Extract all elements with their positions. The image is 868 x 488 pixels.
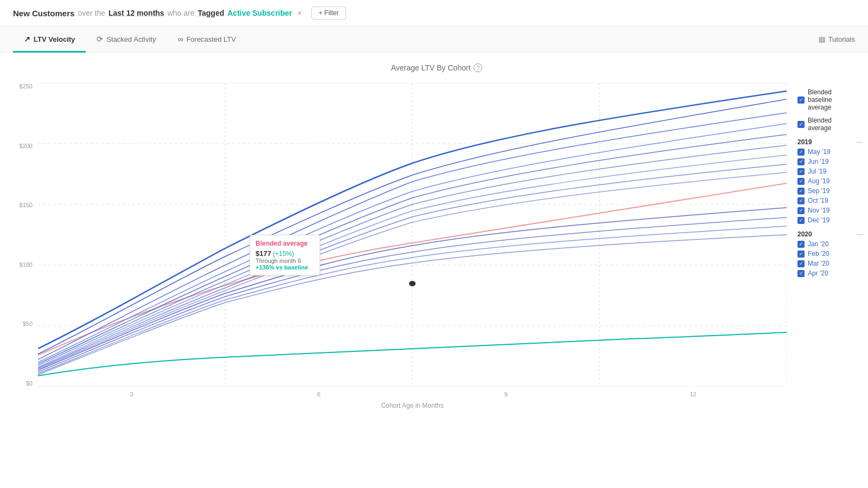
legend: Blendedbaselineaverage Blendedaverage 20…: [787, 83, 863, 409]
legend-blended-avg[interactable]: Blendedaverage: [797, 117, 863, 132]
legend-label-jun-19: Jun '19: [808, 158, 828, 165]
chart-title-text: Average LTV By Cohort: [391, 63, 471, 72]
forecasted-ltv-icon: ∞: [177, 35, 183, 43]
y-label-250: $250: [20, 83, 33, 89]
chart-title: Average LTV By Cohort ?: [391, 63, 483, 72]
y-label-200: $200: [20, 143, 33, 149]
legend-check-sep-19: [797, 188, 805, 195]
legend-mar-20[interactable]: Mar '20: [797, 260, 863, 267]
y-label-100: $100: [20, 261, 33, 268]
tab-stacked-activity[interactable]: ⟳ Stacked Activity: [86, 27, 167, 53]
legend-oct-19[interactable]: Oct '19: [797, 197, 863, 204]
tab-ltv-velocity[interactable]: ↗ LTV Velocity: [13, 27, 86, 53]
legend-jul-19[interactable]: Jul '19: [797, 168, 863, 175]
legend-label-blended-baseline: Blendedbaselineaverage: [808, 88, 832, 111]
legend-check-blended-avg: [797, 121, 805, 128]
legend-label-sep-19: Sep '19: [808, 187, 829, 195]
chart-main: .grid-line { stroke: #e0e0e0; stroke-wid…: [38, 83, 787, 409]
tabs-bar: ↗ LTV Velocity ⟳ Stacked Activity ∞ Fore…: [0, 27, 868, 53]
legend-may-19[interactable]: May '19: [797, 148, 863, 156]
who-are-label: who are: [168, 9, 195, 17]
x-axis-title: Cohort Age in Months: [38, 402, 787, 409]
legend-label-dec-19: Dec '19: [808, 216, 829, 224]
legend-jan-20[interactable]: Jan '20: [797, 240, 863, 248]
legend-jun-19[interactable]: Jun '19: [797, 158, 863, 165]
chart-container: Average LTV By Cohort ? $250 $200 $150 $…: [0, 53, 868, 420]
legend-check-dec-19: [797, 217, 805, 224]
legend-check-mar-20: [797, 260, 805, 267]
legend-check-aug-19: [797, 178, 805, 185]
subscriber-label: Active Subscriber: [227, 9, 292, 17]
tooltip-dot: [409, 281, 416, 286]
ltv-velocity-icon: ↗: [24, 35, 30, 43]
legend-check-oct-19: [797, 197, 805, 204]
legend-label-may-19: May '19: [808, 148, 831, 156]
legend-nov-19[interactable]: Nov '19: [797, 207, 863, 214]
filter-button[interactable]: + Filter: [311, 7, 346, 20]
y-axis: $250 $200 $150 $100 $50 $0: [11, 83, 38, 387]
tab-forecasted-ltv[interactable]: ∞ Forecasted LTV: [167, 27, 247, 53]
tutorials-label: Tutorials: [828, 35, 855, 43]
legend-check-jan-20: [797, 241, 805, 248]
legend-label-oct-19: Oct '19: [808, 197, 828, 204]
y-label-150: $150: [20, 202, 33, 208]
legend-label-nov-19: Nov '19: [808, 207, 829, 214]
tab-forecasted-ltv-label: Forecasted LTV: [186, 35, 236, 43]
y-label-50: $50: [23, 320, 33, 327]
legend-sep-19[interactable]: Sep '19: [797, 187, 863, 195]
tutorials-icon: ▤: [819, 35, 825, 43]
legend-label-feb-20: Feb '20: [808, 250, 829, 258]
x-label-9: 9: [412, 391, 599, 397]
tab-ltv-velocity-label: LTV Velocity: [34, 35, 75, 43]
legend-label-apr-20: Apr '20: [808, 269, 828, 277]
legend-check-jun-19: [797, 158, 805, 165]
legend-label-jul-19: Jul '19: [808, 168, 826, 175]
legend-check-nov-19: [797, 207, 805, 214]
help-icon[interactable]: ?: [474, 63, 482, 72]
period-label[interactable]: Last 12 months: [108, 9, 164, 17]
close-subscriber-icon[interactable]: ×: [297, 9, 302, 17]
header-bar: New Customers over the Last 12 months wh…: [0, 0, 868, 27]
legend-check-jul-19: [797, 168, 805, 175]
legend-label-aug-19: Aug '19: [808, 177, 829, 185]
legend-feb-20[interactable]: Feb '20: [797, 250, 863, 258]
new-customers-label: New Customers: [13, 9, 74, 18]
legend-blended-baseline[interactable]: Blendedbaselineaverage: [797, 88, 863, 111]
legend-check-blended-baseline: [797, 97, 805, 104]
legend-aug-19[interactable]: Aug '19: [797, 177, 863, 185]
tagged-label[interactable]: Tagged: [197, 9, 224, 17]
legend-label-mar-20: Mar '20: [808, 260, 829, 267]
x-label-3: 3: [38, 391, 225, 397]
stacked-activity-icon: ⟳: [97, 35, 103, 43]
legend-year-2019: 2019 —: [797, 138, 863, 146]
chart-svg: .grid-line { stroke: #e0e0e0; stroke-wid…: [38, 83, 787, 387]
legend-label-blended-avg: Blendedaverage: [808, 117, 832, 132]
legend-label-jan-20: Jan '20: [808, 240, 828, 248]
tab-stacked-activity-label: Stacked Activity: [106, 35, 156, 43]
legend-check-apr-20: [797, 270, 805, 277]
x-label-12: 12: [599, 391, 787, 397]
svg-area: .grid-line { stroke: #e0e0e0; stroke-wid…: [38, 83, 787, 387]
legend-dec-19[interactable]: Dec '19: [797, 216, 863, 224]
legend-check-may-19: [797, 149, 805, 156]
x-label-6: 6: [225, 391, 412, 397]
tutorials-button[interactable]: ▤ Tutorials: [819, 28, 855, 51]
legend-check-feb-20: [797, 251, 805, 258]
x-axis: 3 6 9 12: [38, 387, 787, 397]
legend-apr-20[interactable]: Apr '20: [797, 269, 863, 277]
y-label-0: $0: [26, 380, 33, 387]
legend-year-2020: 2020 —: [797, 230, 863, 238]
over-the-label: over the: [78, 9, 105, 17]
chart-wrap: $250 $200 $150 $100 $50 $0 .grid-line { …: [11, 83, 863, 409]
